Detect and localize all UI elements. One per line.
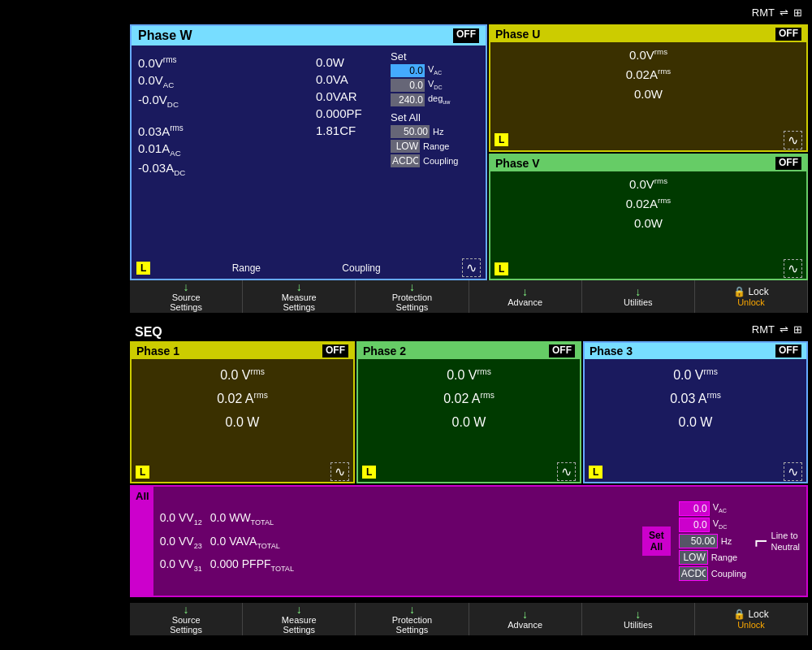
phase-u-w: 0.0W [490, 84, 806, 104]
phase-w-status: OFF [453, 28, 479, 43]
phase-w-set-panel: Set VAC VDC deguw Set All Hz [389, 49, 482, 184]
phase-v-footer: L ∿ [490, 258, 806, 279]
phase-w-w: 0.0W [316, 55, 382, 69]
line-to-neutral-group: ⌐ Line toNeutral [754, 528, 800, 554]
all-content: 0.0 VV12 0.0 VV23 0.0 VV31 0.0 WWTOTAL 0… [153, 487, 806, 596]
all-coupling-input[interactable] [679, 566, 708, 581]
usb-icon: ⇌ [780, 6, 788, 19]
all-set-all-area[interactable]: SetAll [642, 526, 671, 556]
set-vdc-input[interactable] [391, 79, 425, 92]
advance-label: Advance [508, 297, 542, 307]
phase-3-arms: 0.03 Arms [585, 388, 806, 411]
bottom-utilities-arrow-icon: ↓ [635, 609, 641, 620]
phase-w-l-badge: L [136, 262, 150, 275]
phase-v-panel: Phase V OFF 0.0Vrms 0.02Arms 0.0W L ∿ [489, 154, 808, 281]
top-lock[interactable]: 🔒 Lock Unlock [695, 280, 808, 313]
top-advance[interactable]: ↓ Advance [469, 280, 582, 313]
bottom-lock[interactable]: 🔒 Lock Unlock [695, 603, 808, 635]
all-w-total: 0.0 WWTOTAL [210, 506, 634, 530]
phase-w-var: 0.0VAR [316, 89, 382, 103]
set-vac-input[interactable] [391, 64, 425, 77]
all-vac-input[interactable] [679, 501, 710, 516]
all-vdc-input[interactable] [679, 518, 710, 532]
all-range-input[interactable] [679, 550, 708, 565]
bottom-advance[interactable]: ↓ Advance [469, 603, 582, 635]
phase-u-l-badge: L [495, 133, 508, 146]
phase-u-footer: L ∿ [490, 130, 806, 150]
all-power-totals: 0.0 WWTOTAL 0.0 VAVATOTAL 0.000 PFPFTOTA… [210, 506, 634, 577]
set-range-row[interactable]: Range [391, 140, 481, 153]
all-pf-total: 0.000 PFPFTOTAL [210, 552, 634, 576]
all-hz-row[interactable]: Hz [679, 534, 746, 548]
phase-1-l-badge: L [136, 466, 149, 479]
seq-rmt: RMT ⇌ ⊞ [752, 323, 802, 336]
phase-1-panel: Phase 1 OFF 0.0 Vrms 0.02 Arms 0.0 W L ∿ [130, 341, 355, 483]
top-source-settings[interactable]: ↓ SourceSettings [130, 280, 243, 313]
range-unit: Range [423, 141, 449, 151]
all-v31: 0.0 VV31 [160, 552, 202, 576]
phase-3-name: Phase 3 [590, 344, 633, 358]
utilities-arrow-icon: ↓ [635, 286, 641, 297]
all-set-all-button[interactable]: SetAll [642, 526, 671, 556]
phase-3-header: Phase 3 OFF [585, 343, 806, 359]
phase-2-header: Phase 2 OFF [358, 343, 580, 359]
phase-v-arms: 0.02Arms [490, 194, 806, 214]
phase-v-header: Phase V OFF [490, 155, 806, 171]
top-measure-settings[interactable]: ↓ MeasureSettings [243, 280, 356, 313]
lower-panel: Phase 1 OFF 0.0 Vrms 0.02 Arms 0.0 W L ∿… [130, 341, 808, 597]
top-protection-settings[interactable]: ↓ ProtectionSettings [356, 280, 469, 313]
all-hz-input[interactable] [679, 534, 718, 548]
all-range-row[interactable]: Range [679, 550, 746, 565]
set-all-label: Set All [391, 111, 481, 124]
phase-v-body: 0.0Vrms 0.02Arms 0.0W [490, 171, 806, 236]
seq-network-icon: ⊞ [793, 323, 802, 336]
phase-u-panel: Phase U OFF 0.0Vrms 0.02Arms 0.0W L ∿ [489, 24, 808, 152]
set-vac-row[interactable]: VAC [391, 64, 481, 77]
set-hz-input[interactable] [391, 125, 430, 138]
phase-w-vac: 0.0VAC [138, 73, 306, 89]
vac-unit: VAC [428, 64, 442, 76]
phase-3-vrms: 0.0 Vrms [585, 364, 806, 388]
all-right-inputs: VAC VDC Hz Range Coupling [679, 501, 746, 581]
hz-unit: Hz [433, 127, 443, 136]
bottom-utilities[interactable]: ↓ Utilities [582, 603, 695, 635]
phase-u-body: 0.0Vrms 0.02Arms 0.0W [490, 42, 806, 107]
bottom-source-settings[interactable]: ↓ SourceSettings [130, 603, 243, 635]
top-status-bar: RMT ⇌ ⊞ [752, 6, 802, 19]
measure-settings-label: MeasureSettings [282, 292, 317, 312]
top-utilities[interactable]: ↓ Utilities [582, 280, 695, 313]
seq-usb-icon: ⇌ [780, 323, 788, 336]
phase-w-panel: Phase W OFF 0.0Vrms 0.0VAC -0.0VDC 0.03A… [130, 24, 487, 280]
set-range-input[interactable] [391, 140, 420, 153]
phase-w-coupling-label: Coupling [342, 262, 380, 274]
set-coupling-row[interactable]: Coupling [391, 154, 481, 167]
bottom-protection-settings[interactable]: ↓ ProtectionSettings [356, 603, 469, 635]
all-label: All [132, 487, 153, 596]
phase-3-w: 0.0 W [585, 411, 806, 435]
measure-arrow-icon: ↓ [296, 281, 302, 292]
set-deg-input[interactable] [391, 93, 425, 106]
phase-w-header: Phase W OFF [132, 26, 486, 46]
right-phases: Phase U OFF 0.0Vrms 0.02Arms 0.0W L ∿ Ph… [489, 24, 808, 280]
set-deg-row[interactable]: deguw [391, 93, 481, 106]
set-hz-row[interactable]: Hz [391, 125, 481, 138]
phase-2-panel: Phase 2 OFF 0.0 Vrms 0.02 Arms 0.0 W L ∿ [356, 341, 581, 483]
set-coupling-input[interactable] [391, 154, 420, 167]
phase-2-l-badge: L [362, 466, 376, 479]
source-arrow-icon: ↓ [184, 281, 189, 292]
bottom-source-arrow-icon: ↓ [184, 604, 189, 615]
phase-1-name: Phase 1 [136, 344, 179, 358]
all-coupling-unit: Coupling [711, 569, 746, 578]
phase-u-status: OFF [775, 28, 801, 41]
phase-2-status: OFF [549, 344, 575, 358]
phase-3-footer: L ∿ [585, 462, 806, 482]
rmt-label: RMT [752, 6, 775, 19]
all-vdc-row[interactable]: VDC [679, 518, 746, 532]
all-coupling-row[interactable]: Coupling [679, 566, 746, 581]
phase-1-body: 0.0 Vrms 0.02 Arms 0.0 W [132, 359, 353, 439]
all-vac-row[interactable]: VAC [679, 501, 746, 516]
bottom-measure-settings[interactable]: ↓ MeasureSettings [243, 603, 356, 635]
phase-w-wave-icon: ∿ [462, 258, 481, 277]
set-vdc-row[interactable]: VDC [391, 79, 481, 92]
bottom-lock-icon: 🔒 Lock [733, 609, 769, 620]
